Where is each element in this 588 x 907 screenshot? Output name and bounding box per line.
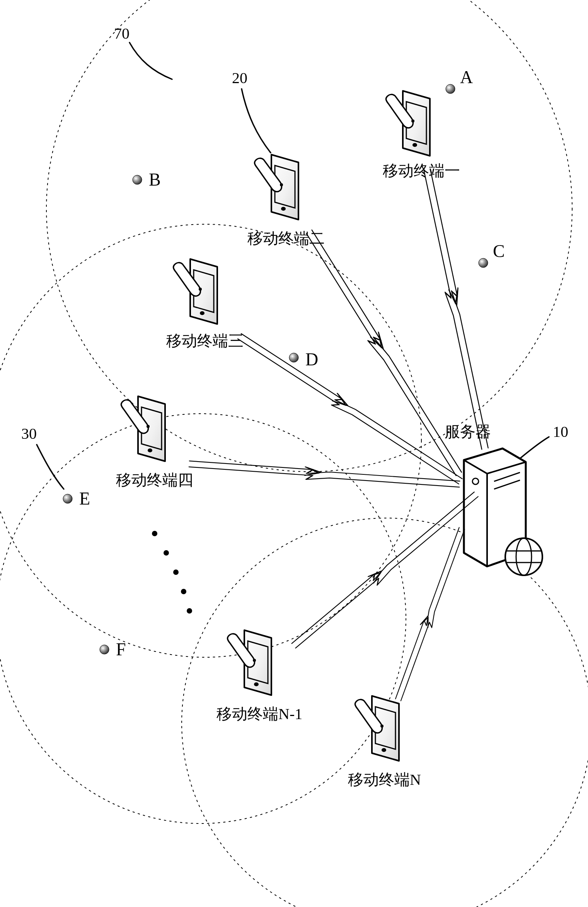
point-C-label: C <box>493 241 505 261</box>
point-F: F <box>100 639 126 659</box>
ref-30: 30 <box>21 425 64 489</box>
mobile-terminal-4-label: 移动终端四 <box>116 471 193 489</box>
ellipsis-dots <box>152 531 192 614</box>
mobile-terminal-1-label: 移动终端一 <box>383 162 460 179</box>
zone-lower-left <box>0 414 406 823</box>
mobile-terminal-2 <box>255 155 298 220</box>
mobile-terminal-1 <box>386 91 430 156</box>
svg-point-4 <box>164 550 169 556</box>
server <box>464 448 542 575</box>
mobile-terminal-3 <box>174 259 217 324</box>
mobile-terminal-3-label: 移动终端三 <box>166 332 244 350</box>
mobile-terminal-n-1-label: 移动终端N-1 <box>216 705 302 723</box>
ref-10-text: 10 <box>553 423 568 440</box>
link-t1 <box>419 169 492 450</box>
mobile-terminal-n-1 <box>228 630 271 695</box>
point-F-label: F <box>116 639 126 659</box>
point-B-label: B <box>149 170 161 189</box>
point-A: A <box>446 67 473 94</box>
link-tn <box>394 527 467 702</box>
ref-70: 70 <box>114 25 172 79</box>
link-t2 <box>303 229 465 477</box>
ref-70-text: 70 <box>114 25 130 42</box>
svg-point-5 <box>173 569 179 575</box>
ref-30-text: 30 <box>21 425 37 442</box>
link-tn1 <box>291 489 480 651</box>
svg-point-3 <box>152 531 157 536</box>
point-C: C <box>479 241 505 268</box>
mobile-terminal-n-label: 移动终端N <box>348 771 421 788</box>
point-B: B <box>133 170 161 189</box>
svg-point-7 <box>187 608 192 614</box>
mobile-terminal-4 <box>121 396 165 461</box>
ref-10: 10 <box>518 423 568 460</box>
point-E-label: E <box>79 489 90 508</box>
network-diagram: 70 20 30 10 A B C D E F <box>0 0 588 907</box>
ref-20: 20 <box>232 69 271 153</box>
server-label: 服务器 <box>445 423 491 440</box>
point-E: E <box>63 489 90 508</box>
point-D-label: D <box>305 350 318 369</box>
mobile-terminal-n <box>355 696 399 761</box>
svg-point-6 <box>181 589 186 594</box>
ref-20-text: 20 <box>232 69 247 87</box>
point-D: D <box>289 350 318 369</box>
point-A-label: A <box>460 67 473 87</box>
link-t3 <box>235 332 464 486</box>
